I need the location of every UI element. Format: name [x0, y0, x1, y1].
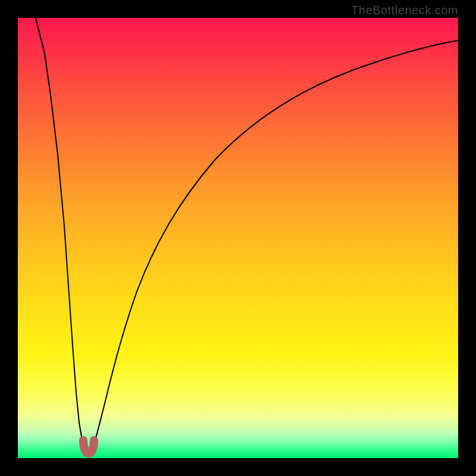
watermark-text: TheBottleneck.com: [351, 4, 458, 17]
frame-border: [0, 0, 476, 476]
